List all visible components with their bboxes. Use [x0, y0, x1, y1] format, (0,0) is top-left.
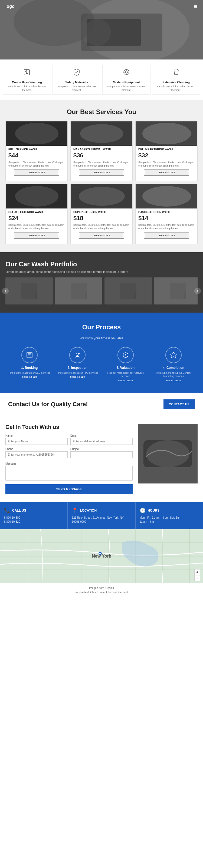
feature-safety[interactable]: Safety Materials Sample text. Click to s…: [53, 65, 101, 95]
learn-more-btn-0[interactable]: LEARN MORE: [14, 169, 59, 176]
feature-contactless-desc: Sample text. Click to select the Text El…: [4, 85, 50, 92]
footer: Images from Freepik Sample text. Click t…: [0, 583, 203, 597]
feature-safety-title: Safety Materials: [65, 81, 88, 84]
service-price-0: $44: [8, 152, 65, 159]
svg-rect-32: [120, 283, 137, 299]
map-zoom-out-btn[interactable]: −: [194, 575, 200, 581]
hours-icon: 🕐: [140, 507, 146, 514]
feature-equipment[interactable]: Modern Equipment Sample text. Click to s…: [102, 65, 151, 95]
hours-line-1: 11 am – 6 pm: [140, 520, 199, 524]
location-title: LOCATION: [80, 508, 97, 513]
message-label: Message: [5, 462, 17, 465]
service-name-0: FULL SERVICE WASH: [8, 148, 65, 151]
process-step-0: 1. Booking Find out more about our SEO s…: [5, 347, 54, 382]
feature-cleaning[interactable]: Extensive Cleaning Sample text. Click to…: [152, 65, 200, 95]
touch-section: Get In Touch With us Name Email Phone Su…: [0, 416, 203, 502]
name-label: Name: [5, 434, 68, 437]
svg-rect-28: [21, 283, 37, 299]
process-subtitle: We know your time is valuable: [5, 336, 198, 340]
feature-equipment-desc: Sample text. Click to select the Text El…: [104, 85, 149, 92]
map-section: New York + −: [0, 529, 203, 583]
learn-more-btn-4[interactable]: LEARN MORE: [79, 232, 124, 239]
nav-menu-button[interactable]: ≡: [194, 3, 198, 10]
svg-rect-30: [70, 283, 87, 299]
service-img-3: [6, 184, 67, 209]
step-desc-1: Find out more about our PPC services: [56, 371, 99, 375]
feature-safety-desc: Sample text. Click to select the Text El…: [54, 85, 99, 92]
feature-equipment-title: Modern Equipment: [113, 81, 140, 84]
process-step-1: 2. Inspection Find out more about our PP…: [54, 347, 102, 382]
service-price-3: $24: [8, 215, 65, 222]
service-card-0[interactable]: FULL SERVICE WASH $44 Sample text. Click…: [5, 121, 68, 181]
service-desc-4: Sample text. Click to select the text bo…: [74, 223, 129, 230]
step-title-0: 1. Booking: [8, 366, 51, 370]
service-name-2: DELUXE EXTERIOR WASH: [138, 148, 195, 151]
location-line-0: 121 Rock Street, 21 Avenue, New York, NY: [72, 516, 131, 520]
contact-us-button[interactable]: CONTACT US: [164, 399, 195, 409]
svg-text:New York: New York: [92, 554, 111, 558]
portfolio-next-btn[interactable]: ›: [194, 288, 201, 294]
learn-more-btn-5[interactable]: LEARN MORE: [144, 232, 189, 239]
touch-image: [138, 424, 198, 484]
service-card-2[interactable]: DELUXE EXTERIOR WASH $32 Sample text. Cl…: [135, 121, 198, 181]
footer-text: Sample text. Click to select the Text El…: [5, 591, 198, 594]
learn-more-btn-3[interactable]: LEARN MORE: [14, 232, 59, 239]
step-title-1: 2. Inspection: [56, 366, 99, 370]
service-img-1: [70, 121, 133, 146]
phone-input[interactable]: [5, 451, 68, 458]
cleaning-icon: [172, 68, 180, 79]
call-line-1: 8 800-10-320: [4, 520, 63, 524]
name-input[interactable]: [5, 438, 68, 445]
learn-more-btn-2[interactable]: LEARN MORE: [144, 169, 189, 176]
service-name-4: SUPER EXTERIOR WASH: [74, 211, 129, 214]
svg-point-7: [26, 72, 27, 73]
svg-point-25: [79, 187, 125, 206]
step-desc-3: Find out more about our Content Marketin…: [152, 371, 195, 378]
map-zoom-in-btn[interactable]: +: [194, 569, 200, 575]
learn-more-btn-1[interactable]: LEARN MORE: [79, 169, 124, 176]
svg-rect-34: [170, 283, 186, 299]
feature-cleaning-title: Extensive Cleaning: [163, 81, 190, 84]
service-card-1[interactable]: MANAGER'S SPECIAL WASH $36 Sample text. …: [70, 121, 133, 181]
service-card-3[interactable]: DELUXE EXTERIOR WASH $24 Sample text. Cl…: [5, 184, 68, 244]
step-phone-0: 8-800-10-320: [8, 376, 51, 378]
portfolio-prev-btn[interactable]: ‹: [2, 288, 9, 294]
process-step-2: 3. Valuation Find out more about our Ana…: [102, 347, 150, 382]
service-card-4[interactable]: SUPER EXTERIOR WASH $18 Sample text. Cli…: [70, 184, 133, 244]
service-price-4: $18: [74, 215, 129, 222]
process-step-3: 4. Completion Find out more about our Co…: [150, 347, 198, 382]
email-input[interactable]: [70, 438, 133, 445]
call-line-0: 8 800-10-300: [4, 516, 63, 520]
service-desc-2: Sample text. Click to select the text bo…: [138, 161, 195, 167]
portfolio-img-0: [5, 277, 53, 305]
step-phone-1: 8-800-10-320: [56, 376, 99, 378]
step-phone-3: 8-800-10-320: [152, 379, 195, 382]
feature-contactless-title: Contactless Washing: [12, 81, 42, 84]
portfolio-images: [5, 277, 198, 305]
message-textarea[interactable]: [5, 466, 133, 480]
footer-credits: Images from Freepik: [5, 587, 198, 589]
service-card-5[interactable]: BASIC EXTERIOR WASH $14 Sample text. Cli…: [135, 184, 198, 244]
portfolio-img-1: [55, 277, 102, 305]
safety-icon: [72, 68, 81, 79]
feature-cleaning-desc: Sample text. Click to select the Text El…: [153, 85, 199, 92]
service-price-5: $14: [138, 215, 195, 222]
hours-title: HOURS: [148, 508, 160, 513]
svg-point-23: [15, 186, 58, 207]
feature-contactless[interactable]: Contactless Washing Sample text. Click t…: [3, 65, 51, 95]
hours-line-0: Mon - Fri: 11 am – 8 pm, Sat, Sun: [140, 516, 199, 520]
info-card-hours: 🕐 HOURS Mon - Fri: 11 am – 8 pm, Sat, Su…: [136, 502, 203, 529]
info-cards-row: 📞 CALL US 8 800-10-300 8 800-10-320 📍 LO…: [0, 502, 203, 529]
info-card-location: 📍 LOCATION 121 Rock Street, 21 Avenue, N…: [68, 502, 135, 529]
process-circle-2: [117, 347, 134, 363]
svg-rect-8: [26, 73, 28, 74]
svg-point-27: [142, 186, 191, 207]
equipment-icon: [122, 68, 131, 79]
subject-input[interactable]: [70, 451, 133, 458]
svg-point-48: [146, 440, 190, 467]
contactless-icon: [23, 68, 31, 79]
send-message-button[interactable]: SEND MESSAGE: [5, 484, 133, 494]
service-img-4: [70, 184, 133, 209]
svg-rect-36: [27, 352, 32, 358]
services-title: Our Best Services You: [5, 108, 198, 116]
